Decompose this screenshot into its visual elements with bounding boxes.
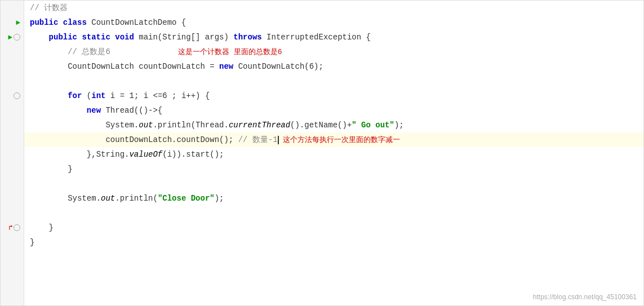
token-2-1: public class: [30, 18, 87, 27]
code-line-17: }: [24, 235, 643, 250]
token-3-indent: [30, 33, 49, 42]
token-9-2: out: [139, 121, 153, 130]
gutter-row-8: [1, 103, 24, 118]
token-3-1: public static void: [49, 33, 134, 42]
gutter-row-10: [1, 132, 24, 147]
code-line-5: CountDownLatch countDownLatch = new Coun…: [24, 59, 643, 74]
token-3-4: InterruptedException {: [262, 33, 371, 42]
token-9-5: ().getName()+: [290, 121, 352, 130]
gutter-row-11: [1, 147, 24, 162]
gutter-row-9: [1, 118, 24, 132]
watermark: https://blog.csdn.net/qq_45100361: [533, 293, 637, 301]
token-4-annotation: 这是一个计数器 里面的总数是6: [178, 47, 282, 57]
token-4-1: // 总数是6: [68, 47, 110, 57]
gutter-row-6: [1, 74, 24, 88]
token-3-2: main(String[] args): [134, 33, 233, 42]
gutter-row-2: ►: [1, 15, 24, 30]
token-7-indent: [30, 91, 68, 100]
token-12-indent: [30, 165, 68, 174]
gutter-row-5: [1, 59, 24, 74]
token-17-1: }: [30, 238, 34, 247]
token-2-2: CountDownLatchDemo {: [87, 18, 186, 27]
token-14-2: out: [101, 194, 115, 203]
code-line-9: System. out .println(Thread. currentThre…: [24, 118, 643, 132]
token-9-4: currentThread: [229, 121, 290, 130]
code-line-6: [24, 74, 643, 88]
token-11-3: (i)).start();: [162, 150, 224, 159]
token-16-1: }: [49, 223, 54, 232]
token-14-indent: [30, 194, 68, 203]
token-10-indent: [30, 135, 105, 144]
token-14-5: );: [215, 194, 224, 203]
left-arrow-16: ↱: [8, 223, 13, 232]
token-5-2: new: [219, 62, 233, 71]
gutter-row-7: [1, 88, 24, 103]
token-9-1: System.: [105, 121, 139, 130]
code-line-1: // 计数器: [24, 1, 643, 15]
token-8-indent: [30, 106, 87, 115]
code-line-16: }: [24, 220, 643, 235]
token-9-6: " Go out": [352, 121, 394, 130]
code-line-11: },String. valueOf (i)).start();: [24, 147, 643, 162]
code-line-10: countDownLatch.countDown(); // 数量-1 这个方法…: [24, 132, 643, 147]
gutter-row-16: ↱: [1, 220, 24, 235]
code-area: ► ►: [1, 1, 643, 305]
code-line-3: public static void main(String[] args) t…: [24, 30, 643, 45]
token-9-3: .println(Thread.: [153, 121, 228, 130]
token-4-indent: [30, 47, 68, 56]
token-9-7: );: [394, 121, 404, 130]
token-5-indent: [30, 62, 68, 71]
run-arrow-2: ►: [16, 19, 20, 27]
token-9-indent: [30, 121, 105, 130]
token-1-1: // 计数器: [30, 3, 68, 13]
token-5-1: CountDownLatch countDownLatch =: [68, 62, 219, 71]
token-8-2: Thread(()->{: [101, 106, 162, 115]
token-7-3: int: [91, 91, 105, 100]
breakpoint-3[interactable]: [14, 34, 20, 41]
token-10-2: // 数量-1: [238, 135, 278, 145]
token-12-1: }: [68, 165, 72, 174]
token-7-4: i = 1; i <=6 ; i++) {: [105, 91, 210, 100]
line-gutter: ► ►: [1, 1, 24, 305]
token-14-1: System.: [68, 194, 101, 203]
token-14-3: .println(: [115, 194, 158, 203]
code-line-2: public class CountDownLatchDemo {: [24, 15, 643, 30]
gutter-row-3: ►: [1, 30, 24, 45]
token-8-1: new: [87, 106, 101, 115]
token-7-2: (: [82, 91, 91, 100]
fold-7[interactable]: [14, 92, 20, 99]
code-line-14: System. out .println( "Close Door" );: [24, 191, 643, 206]
gutter-row-17: [1, 235, 24, 250]
code-line-7: for ( int i = 1; i <=6 ; i++) {: [24, 88, 643, 103]
gutter-row-4: [1, 45, 24, 59]
token-16-indent: [30, 223, 49, 232]
token-5-3: CountDownLatch(6);: [233, 62, 323, 71]
code-line-15: [24, 206, 643, 220]
token-14-4: "Close Door": [158, 194, 215, 203]
code-line-4: // 总数是6 这是一个计数器 里面的总数是6: [24, 45, 643, 59]
gutter-row-14: [1, 191, 24, 206]
token-3-3: throws: [233, 33, 261, 42]
gutter-row-13: [1, 176, 24, 191]
run-arrow-3: ►: [8, 33, 12, 42]
gutter-row-15: [1, 206, 24, 220]
token-11-indent: [30, 150, 87, 159]
code-content[interactable]: // 计数器 public class CountDownLatchDemo {…: [24, 1, 643, 305]
token-7-1: for: [68, 91, 82, 100]
token-11-2: valueOf: [129, 150, 162, 159]
code-line-8: new Thread(()->{: [24, 103, 643, 118]
code-line-12: }: [24, 162, 643, 176]
token-10-annotation: 这个方法每执行一次里面的数字减一: [279, 135, 401, 145]
token-11-1: },String.: [87, 150, 130, 159]
gutter-row-1: [1, 1, 24, 15]
token-10-1: countDownLatch.countDown();: [105, 135, 238, 144]
bp-16[interactable]: [14, 224, 20, 231]
gutter-row-12: [1, 162, 24, 176]
code-line-13: [24, 176, 643, 191]
code-editor: ► ►: [0, 0, 644, 306]
